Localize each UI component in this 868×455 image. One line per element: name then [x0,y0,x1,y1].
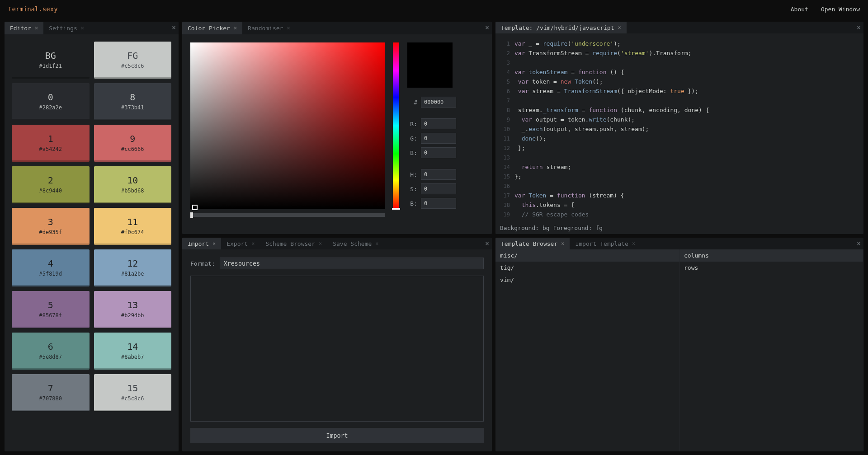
h-input[interactable] [421,169,456,180]
alpha-slider[interactable] [190,213,385,217]
swatch-name: 0 [48,92,53,103]
code-line: 5 var token = new Token(); [499,77,863,86]
swatch-15[interactable]: 15#c5c8c6 [94,374,172,411]
swatch-2[interactable]: 2#8c9440 [12,166,90,203]
swatch-14[interactable]: 14#8abeb7 [94,333,172,370]
code-content: var Token = function (stream) { [514,192,624,199]
swatch-11[interactable]: 11#f0c674 [94,208,172,245]
code-content: var _ = require('underscore'); [514,40,621,47]
browser-item[interactable]: tig/ [495,262,679,274]
format-input[interactable] [220,258,484,269]
swatch-1[interactable]: 1#a54242 [12,125,90,162]
code-line: 1var _ = require('underscore'); [499,39,863,48]
tab-label: Editor [10,25,31,32]
swatch-hex: #de935f [39,229,62,235]
g-input[interactable] [421,133,456,144]
close-icon[interactable]: × [81,25,84,31]
bri-label: B: [407,200,417,207]
close-icon[interactable]: × [485,23,489,32]
code-content: done(); [514,135,546,142]
swatch-10[interactable]: 10#b5bd68 [94,166,172,203]
s-input[interactable] [421,183,456,194]
close-icon[interactable]: × [251,240,255,247]
about-link[interactable]: About [791,6,808,13]
code-line: 18 this.tokens = [ [499,200,863,210]
tab-randomiser[interactable]: Randomiser× [242,22,296,34]
tab-editor[interactable]: Editor× [5,22,43,34]
tab-import[interactable]: Import× [182,238,221,249]
swatch-9[interactable]: 9#cc6666 [94,125,172,162]
close-icon[interactable]: × [172,23,176,32]
browser-item[interactable]: vim/ [495,274,679,286]
code-content: var TransformStream = require('stream').… [514,50,691,56]
swatch-13[interactable]: 13#b294bb [94,291,172,328]
close-icon[interactable]: × [618,24,621,31]
hue-handle[interactable] [392,208,400,210]
tab-scheme-browser[interactable]: Scheme Browser× [260,238,327,249]
swatch-fg[interactable]: FG#c5c8c6 [94,42,172,79]
tab-template-browser[interactable]: Template Browser× [495,238,570,249]
r-input[interactable] [421,118,456,129]
tab-label: Save Scheme [333,240,372,247]
code-content: var tokenStream = function () { [514,69,624,75]
tab-color-picker[interactable]: Color Picker× [182,22,242,34]
close-icon[interactable]: × [857,239,861,248]
code-line: 14 return stream; [499,162,863,172]
swatch-4[interactable]: 4#5f819d [12,249,90,286]
b-label: B: [407,150,417,156]
bri-input[interactable] [421,198,456,209]
tab-save-scheme[interactable]: Save Scheme× [327,238,384,249]
swatch-5[interactable]: 5#85678f [12,291,90,328]
swatch-3[interactable]: 3#de935f [12,208,90,245]
b-input[interactable] [421,147,456,158]
swatch-7[interactable]: 7#707880 [12,374,90,411]
r-label: R: [407,121,417,127]
swatch-hex: #373b41 [121,104,144,111]
import-textarea[interactable] [190,276,484,422]
line-number: 1 [499,41,514,47]
close-icon[interactable]: × [857,23,861,32]
close-icon[interactable]: × [35,25,38,31]
code-line: 12 }; [499,143,863,153]
tab-label: Export [226,240,248,247]
line-number: 3 [499,60,514,66]
swatch-6[interactable]: 6#5e8d87 [12,333,90,370]
close-icon[interactable]: × [319,240,322,247]
swatch-8[interactable]: 8#373b41 [94,83,172,120]
hue-slider[interactable] [393,42,399,209]
editor-panel: Editor×Settings×× BG#1d1f21FG#c5c8c60#28… [5,22,179,451]
code-line: 4var tokenStream = function () { [499,67,863,77]
swatch-name: 11 [127,216,138,227]
tab-settings[interactable]: Settings× [43,22,90,34]
alpha-handle[interactable] [190,212,193,218]
close-icon[interactable]: × [375,240,378,247]
swatch-name: 1 [48,133,53,144]
browser-item[interactable]: misc/ [495,249,679,262]
swatch-bg[interactable]: BG#1d1f21 [12,42,90,79]
close-icon[interactable]: × [632,240,635,247]
close-icon[interactable]: × [485,239,489,248]
color-preview [407,42,453,88]
swatch-12[interactable]: 12#81a2be [94,249,172,286]
browser-item[interactable]: rows [679,262,863,274]
browser-item[interactable]: columns [679,249,863,262]
close-icon[interactable]: × [561,240,564,247]
tab-label: Settings [49,25,77,32]
close-icon[interactable]: × [212,240,216,247]
saturation-value-area[interactable] [190,42,385,209]
close-icon[interactable]: × [287,25,290,31]
open-window-link[interactable]: Open Window [821,6,860,13]
hex-input[interactable] [421,97,456,108]
close-icon[interactable]: × [234,25,237,31]
format-label: Format: [190,260,215,267]
swatch-0[interactable]: 0#282a2e [12,83,90,120]
tab-import-template[interactable]: Import Template× [570,238,641,249]
sv-handle[interactable] [192,205,198,210]
tab-template[interactable]: Template: /vim/hybrid/javascript × [495,22,627,33]
swatch-name: 5 [48,300,53,310]
swatch-hex: #81a2be [121,271,144,277]
tab-export[interactable]: Export× [221,238,260,249]
import-button[interactable]: Import [190,428,484,443]
swatch-name: FG [127,50,138,61]
code-line: 11 done(); [499,134,863,143]
